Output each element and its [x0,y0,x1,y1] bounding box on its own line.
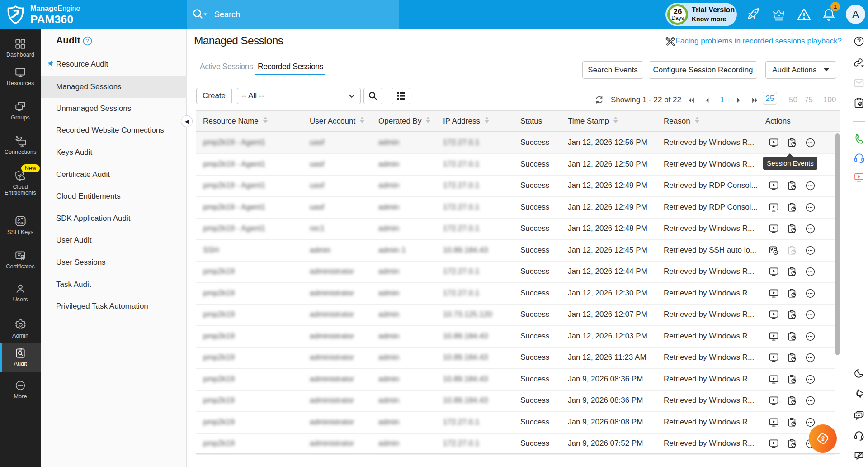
svg-text:$: $ [820,434,826,443]
svg-text:SSH: SSH [16,221,24,225]
svg-text:?: ? [86,38,89,44]
